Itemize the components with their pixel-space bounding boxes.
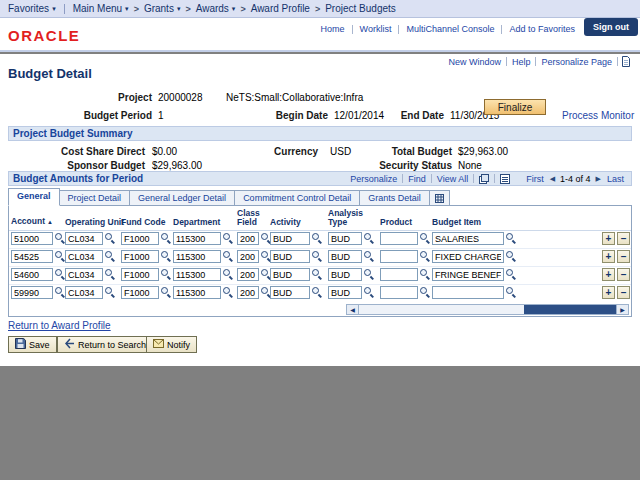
return-to-award-profile-link[interactable]: Return to Award Profile bbox=[8, 320, 111, 331]
personalize-link[interactable]: Personalize bbox=[350, 174, 397, 184]
account-input[interactable] bbox=[11, 268, 53, 281]
operating-unit-input[interactable] bbox=[65, 232, 103, 245]
finalize-button[interactable]: Finalize bbox=[484, 99, 546, 115]
operating-unit-input[interactable] bbox=[65, 268, 103, 281]
view-all-link[interactable]: View All bbox=[437, 174, 468, 184]
operating-unit-input[interactable] bbox=[65, 286, 103, 299]
first-link[interactable]: First bbox=[526, 174, 544, 184]
add-row-button[interactable]: + bbox=[602, 268, 615, 281]
operating-unit-input[interactable] bbox=[65, 250, 103, 263]
column-header-product[interactable]: Product bbox=[380, 218, 412, 227]
class-field-input[interactable] bbox=[237, 286, 259, 299]
breadcrumb-award-profile[interactable]: Award Profile bbox=[251, 3, 310, 14]
class-field-input[interactable] bbox=[237, 268, 259, 281]
column-header-analysis-type[interactable]: Analysis Type bbox=[328, 209, 372, 227]
lookup-icon[interactable] bbox=[420, 269, 431, 280]
copy-url-icon[interactable] bbox=[621, 56, 631, 67]
multichannel-console-link[interactable]: MultiChannel Console bbox=[406, 24, 494, 34]
lookup-icon[interactable] bbox=[312, 233, 323, 244]
activity-input[interactable] bbox=[270, 286, 310, 299]
scroll-right-icon[interactable]: ▶ bbox=[616, 304, 629, 315]
delete-row-button[interactable]: – bbox=[617, 268, 630, 281]
department-input[interactable] bbox=[173, 286, 221, 299]
lookup-icon[interactable] bbox=[161, 269, 172, 280]
process-monitor-link[interactable]: Process Monitor bbox=[562, 110, 634, 121]
product-input[interactable] bbox=[380, 250, 418, 263]
breadcrumb-favorites[interactable]: Favorites▾ bbox=[8, 3, 56, 14]
class-field-input[interactable] bbox=[237, 232, 259, 245]
last-link[interactable]: Last bbox=[607, 174, 624, 184]
save-button[interactable]: Save bbox=[8, 336, 57, 353]
activity-input[interactable] bbox=[270, 250, 310, 263]
worklist-link[interactable]: Worklist bbox=[360, 24, 392, 34]
return-to-search-button[interactable]: Return to Search bbox=[57, 336, 153, 353]
scrollbar-thumb[interactable] bbox=[524, 305, 616, 314]
tab-general[interactable]: General bbox=[8, 188, 60, 206]
tab-general-ledger-detail[interactable]: General Ledger Detail bbox=[130, 190, 235, 206]
fund-code-input[interactable] bbox=[121, 286, 159, 299]
grid-horizontal-scrollbar[interactable]: ◀ ▶ bbox=[346, 304, 629, 315]
budget-item-input[interactable] bbox=[432, 268, 504, 281]
lookup-icon[interactable] bbox=[312, 251, 323, 262]
fund-code-input[interactable] bbox=[121, 268, 159, 281]
product-input[interactable] bbox=[380, 286, 418, 299]
lookup-icon[interactable] bbox=[161, 287, 172, 298]
find-link[interactable]: Find bbox=[408, 174, 426, 184]
download-grid-icon[interactable] bbox=[500, 174, 510, 184]
lookup-icon[interactable] bbox=[161, 251, 172, 262]
add-row-button[interactable]: + bbox=[602, 232, 615, 245]
lookup-icon[interactable] bbox=[105, 269, 116, 280]
tab-commitment-control-detail[interactable]: Commitment Control Detail bbox=[235, 190, 360, 206]
activity-input[interactable] bbox=[270, 232, 310, 245]
lookup-icon[interactable] bbox=[506, 287, 517, 298]
lookup-icon[interactable] bbox=[420, 251, 431, 262]
delete-row-button[interactable]: – bbox=[617, 232, 630, 245]
lookup-icon[interactable] bbox=[420, 233, 431, 244]
lookup-icon[interactable] bbox=[161, 233, 172, 244]
activity-input[interactable] bbox=[270, 268, 310, 281]
column-header-class-field[interactable]: Class Field bbox=[237, 209, 263, 227]
account-input[interactable] bbox=[11, 286, 53, 299]
column-header-budget-item[interactable]: Budget Item bbox=[432, 218, 481, 227]
department-input[interactable] bbox=[173, 268, 221, 281]
sign-out-button[interactable]: Sign out bbox=[584, 18, 638, 36]
budget-item-input[interactable] bbox=[432, 286, 504, 299]
breadcrumb-main-menu[interactable]: Main Menu▾ bbox=[73, 3, 129, 14]
lookup-icon[interactable] bbox=[105, 287, 116, 298]
delete-row-button[interactable]: – bbox=[617, 250, 630, 263]
analysis-type-input[interactable] bbox=[328, 268, 362, 281]
lookup-icon[interactable] bbox=[420, 287, 431, 298]
column-header-operating-unit[interactable]: Operating Unit bbox=[65, 218, 124, 227]
zoom-grid-icon[interactable] bbox=[479, 174, 489, 184]
previous-rows-icon[interactable]: ◀ bbox=[550, 175, 555, 183]
personalize-page-link[interactable]: Personalize Page bbox=[541, 57, 612, 67]
analysis-type-input[interactable] bbox=[328, 232, 362, 245]
scrollbar-track[interactable] bbox=[359, 304, 616, 315]
delete-row-button[interactable]: – bbox=[617, 286, 630, 299]
product-input[interactable] bbox=[380, 268, 418, 281]
lookup-icon[interactable] bbox=[105, 251, 116, 262]
lookup-icon[interactable] bbox=[312, 269, 323, 280]
lookup-icon[interactable] bbox=[506, 269, 517, 280]
next-rows-icon[interactable]: ▶ bbox=[596, 175, 601, 183]
lookup-icon[interactable] bbox=[105, 233, 116, 244]
department-input[interactable] bbox=[173, 250, 221, 263]
lookup-icon[interactable] bbox=[223, 251, 234, 262]
account-input[interactable] bbox=[11, 232, 53, 245]
budget-item-input[interactable] bbox=[432, 250, 504, 263]
breadcrumb-grants[interactable]: Grants▾ bbox=[144, 3, 181, 14]
column-header-fund-code[interactable]: Fund Code bbox=[121, 218, 165, 227]
column-header-department[interactable]: Department bbox=[173, 218, 220, 227]
add-row-button[interactable]: + bbox=[602, 250, 615, 263]
breadcrumb-project-budgets[interactable]: Project Budgets bbox=[325, 3, 396, 14]
help-link[interactable]: Help bbox=[512, 57, 531, 67]
lookup-icon[interactable] bbox=[364, 269, 375, 280]
lookup-icon[interactable] bbox=[312, 287, 323, 298]
scroll-left-icon[interactable]: ◀ bbox=[346, 304, 359, 315]
show-all-columns-icon[interactable] bbox=[430, 190, 450, 206]
lookup-icon[interactable] bbox=[506, 251, 517, 262]
fund-code-input[interactable] bbox=[121, 250, 159, 263]
lookup-icon[interactable] bbox=[364, 233, 375, 244]
column-header-activity[interactable]: Activity bbox=[270, 218, 301, 227]
tab-project-detail[interactable]: Project Detail bbox=[60, 190, 131, 206]
